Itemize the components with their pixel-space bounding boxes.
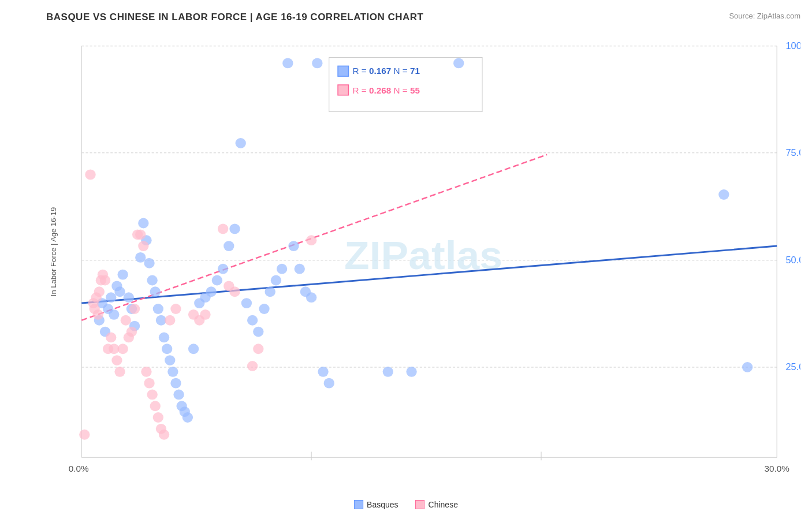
basques-legend-label: Basques [367, 500, 398, 509]
svg-text:30.0%: 30.0% [765, 464, 789, 473]
svg-point-38 [144, 258, 154, 268]
svg-point-45 [165, 355, 175, 365]
svg-point-68 [282, 58, 293, 68]
svg-point-105 [147, 390, 157, 400]
svg-rect-19 [338, 66, 348, 76]
svg-text:R = 0.167   N = 71: R = 0.167 N = 71 [353, 66, 420, 76]
svg-point-32 [124, 292, 134, 303]
svg-point-114 [200, 309, 210, 320]
svg-point-104 [144, 378, 154, 389]
svg-point-58 [224, 241, 234, 251]
svg-point-60 [236, 138, 246, 148]
svg-point-95 [117, 344, 128, 354]
svg-text:50.0%: 50.0% [785, 255, 800, 265]
svg-point-111 [170, 304, 181, 314]
svg-point-64 [259, 304, 269, 314]
svg-point-46 [167, 367, 178, 377]
svg-point-40 [150, 286, 161, 297]
svg-point-62 [247, 315, 258, 326]
svg-point-36 [138, 218, 148, 229]
svg-text:75.0%: 75.0% [785, 147, 800, 158]
svg-text:0.0%: 0.0% [69, 464, 89, 473]
svg-point-59 [229, 224, 240, 234]
svg-point-56 [212, 275, 222, 286]
svg-point-43 [159, 333, 169, 343]
svg-point-31 [114, 286, 125, 297]
svg-point-110 [165, 315, 175, 326]
svg-point-102 [138, 241, 148, 251]
legend-chinese: Chinese [416, 500, 458, 509]
svg-point-86 [94, 286, 105, 297]
svg-point-115 [218, 224, 228, 234]
svg-point-118 [247, 361, 258, 371]
chart-title: BASQUE VS CHINESE IN LABOR FORCE | AGE 1… [46, 12, 800, 23]
svg-point-69 [288, 241, 299, 251]
scatter-chart: 100.0% 75.0% 50.0% 25.0% 0.0% 30.0% ZIPa… [46, 29, 800, 475]
svg-point-117 [229, 286, 240, 297]
y-axis-label: In Labor Force | Age 16-19 [49, 207, 58, 296]
svg-point-35 [135, 252, 146, 263]
chinese-legend-label: Chinese [429, 500, 458, 509]
svg-point-30 [117, 270, 128, 280]
svg-point-75 [324, 378, 334, 389]
svg-point-44 [162, 344, 172, 354]
svg-point-55 [206, 286, 217, 297]
svg-point-81 [85, 169, 95, 180]
svg-point-39 [147, 275, 157, 286]
svg-point-66 [271, 275, 281, 286]
svg-point-85 [93, 309, 103, 320]
svg-point-106 [150, 401, 161, 411]
source-label: Source: ZipAtlas.com [729, 12, 800, 20]
svg-point-99 [129, 304, 140, 314]
svg-point-52 [188, 344, 199, 354]
svg-text:R = 0.268   N = 55: R = 0.268 N = 55 [353, 85, 420, 95]
svg-point-80 [742, 362, 753, 372]
svg-point-51 [182, 412, 193, 423]
svg-point-72 [306, 292, 316, 303]
svg-point-94 [114, 367, 125, 377]
chart-container: BASQUE VS CHINESE IN LABOR FORCE | AGE 1… [0, 0, 812, 515]
svg-point-79 [718, 189, 729, 200]
svg-point-48 [173, 390, 184, 400]
svg-point-28 [109, 309, 119, 320]
svg-point-70 [295, 264, 305, 274]
svg-point-57 [218, 264, 228, 274]
svg-point-74 [318, 367, 328, 377]
chart-area: In Labor Force | Age 16-19 100.0% 75.0% … [46, 29, 800, 475]
legend-basques: Basques [354, 500, 398, 509]
svg-point-78 [453, 58, 464, 68]
legend: Basques Chinese [354, 500, 458, 509]
svg-point-67 [277, 264, 287, 274]
svg-point-76 [383, 367, 393, 377]
svg-point-121 [79, 430, 90, 440]
svg-point-63 [253, 327, 263, 337]
svg-point-109 [159, 430, 169, 440]
svg-point-65 [265, 286, 275, 297]
basques-legend-box [354, 500, 363, 509]
svg-point-61 [241, 298, 252, 308]
svg-point-91 [106, 333, 116, 343]
svg-point-73 [312, 58, 322, 68]
svg-point-41 [153, 304, 163, 314]
svg-point-77 [406, 367, 416, 377]
svg-point-25 [106, 292, 116, 303]
svg-text:25.0%: 25.0% [785, 361, 800, 372]
svg-point-93 [111, 355, 122, 365]
svg-point-89 [100, 275, 110, 286]
svg-rect-21 [338, 85, 348, 95]
svg-point-96 [121, 315, 131, 326]
svg-point-119 [253, 344, 263, 354]
svg-point-107 [153, 412, 163, 423]
svg-point-120 [306, 235, 316, 245]
chinese-legend-box [416, 500, 425, 509]
svg-point-98 [126, 327, 137, 337]
svg-text:100.0%: 100.0% [785, 40, 800, 51]
svg-point-101 [135, 229, 146, 240]
svg-point-47 [170, 378, 181, 389]
svg-point-103 [141, 367, 151, 377]
